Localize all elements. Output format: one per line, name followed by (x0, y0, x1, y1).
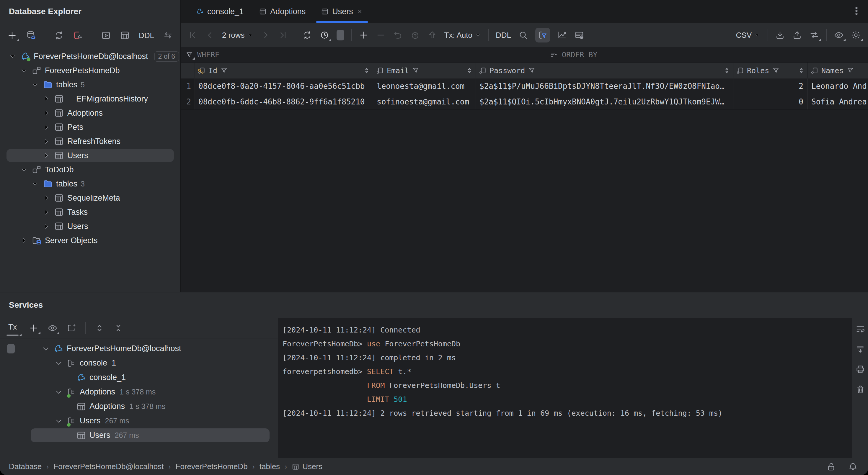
ddl-button[interactable]: DDL (496, 31, 511, 40)
previous-page-icon[interactable] (205, 30, 215, 40)
tx-tab[interactable]: Tx (5, 321, 20, 335)
column-header-roles[interactable]: Roles (733, 63, 808, 78)
chevron-down-icon[interactable] (31, 179, 39, 188)
tree-item-table[interactable]: SequelizeMeta (0, 191, 180, 205)
add-row-icon[interactable] (359, 30, 369, 40)
page-size-dropdown[interactable]: 2 rows (222, 31, 254, 40)
service-console[interactable]: console_1 (0, 370, 278, 385)
open-in-new-tab-icon[interactable] (66, 323, 76, 333)
tree-item-table[interactable]: Pets (0, 120, 180, 134)
cell-password[interactable]: $2a$11$QIOi.5cIbHmyxBNOA0gtJ.7eilu2UzRbw… (476, 94, 733, 109)
chevron-right-icon[interactable] (42, 208, 51, 216)
compare-transfer-button[interactable] (809, 30, 819, 40)
tree-item-table[interactable]: Users (0, 219, 180, 233)
tree-item-table[interactable]: RefreshTokens (0, 134, 180, 148)
breadcrumb-item[interactable]: tables (259, 462, 280, 471)
filter-icon[interactable] (528, 67, 535, 74)
tree-item-table-selected[interactable]: Users (0, 148, 180, 163)
tree-item-table[interactable]: Adoptions (0, 106, 180, 120)
chevron-down-icon[interactable] (20, 165, 28, 174)
data-extractor-icon[interactable] (574, 30, 584, 40)
cell-id[interactable]: 08dce0fb-6ddc-46b8-8862-9ff6a1f85210 (195, 94, 373, 109)
row-number[interactable]: 1 (181, 78, 195, 94)
service-session[interactable]: Adoptions 1 s 378 ms (0, 385, 278, 399)
tree-item-schema[interactable]: ForeverPetsHomeDb (0, 63, 180, 77)
tree-item-tables[interactable]: tables 3 (0, 177, 180, 191)
chevron-down-icon[interactable] (41, 344, 50, 353)
chevron-right-icon[interactable] (20, 236, 28, 245)
breadcrumb-item[interactable]: ForeverPetsHomeDb (176, 462, 248, 471)
chevron-down-icon[interactable] (31, 80, 39, 89)
service-session[interactable]: Users 267 ms (0, 414, 278, 428)
disconnect-icon[interactable] (73, 30, 83, 40)
jump-to-console-icon[interactable] (101, 30, 111, 40)
add-datasource-button[interactable] (7, 30, 17, 40)
chevron-right-icon[interactable] (42, 123, 51, 132)
view-options-button[interactable] (48, 323, 58, 333)
service-result[interactable]: Adoptions 1 s 378 ms (0, 399, 278, 414)
delete-row-icon[interactable] (376, 30, 386, 40)
column-header-password[interactable]: Password (476, 63, 733, 78)
tx-mode-dropdown[interactable]: Tx: Auto (444, 31, 481, 40)
scroll-to-end-icon[interactable] (855, 344, 865, 354)
more-menu-icon[interactable] (851, 6, 862, 17)
tree-item-schema[interactable]: ToDoDb (0, 163, 180, 177)
reload-data-icon[interactable] (302, 30, 312, 40)
lock-open-icon[interactable] (826, 462, 836, 472)
chevron-down-icon[interactable] (54, 388, 63, 397)
sort-icon[interactable] (363, 67, 371, 74)
filter-icon[interactable] (772, 67, 780, 74)
last-page-icon[interactable] (278, 30, 288, 40)
export-download-icon[interactable] (775, 30, 785, 40)
tab-console-1[interactable]: console_1 (188, 0, 251, 23)
print-icon[interactable] (855, 364, 865, 374)
chevron-down-icon[interactable] (54, 416, 63, 426)
breadcrumb-item[interactable]: Database (9, 462, 42, 471)
breadcrumb-item[interactable]: ForeverPetsHomeDb@localhost (54, 462, 163, 471)
filter-icon[interactable] (846, 67, 854, 74)
search-icon[interactable] (518, 30, 528, 40)
tree-item-connection[interactable]: ForeverPetsHomeDb@localhost 2 of 6 (0, 49, 180, 63)
datasource-settings-icon[interactable] (26, 30, 36, 40)
column-header-id[interactable]: Id (195, 63, 373, 78)
service-session[interactable]: console_1 (0, 356, 278, 370)
filter-icon[interactable] (412, 67, 420, 74)
cell-roles[interactable]: 2 (733, 78, 808, 94)
cell-email[interactable]: sofinoesta@gmail.com (373, 94, 476, 109)
tree-item-table[interactable]: __EFMigrationsHistory (0, 92, 180, 106)
grid-corner-cell[interactable] (181, 63, 195, 78)
clear-output-icon[interactable] (855, 384, 865, 395)
expand-all-icon[interactable] (94, 323, 104, 333)
refresh-icon[interactable] (54, 30, 64, 40)
soft-wrap-icon[interactable] (855, 324, 865, 334)
cell-password[interactable]: $2a$11$P/uMuJ66BiDptsDJYN8TteeraJlT.Nf3O… (476, 78, 733, 94)
chart-view-icon[interactable] (557, 30, 567, 40)
filter-icon[interactable] (220, 67, 228, 74)
service-connection[interactable]: ForeverPetsHomeDb@localhost (0, 341, 278, 356)
next-page-icon[interactable] (261, 30, 271, 40)
tab-adoptions[interactable]: Adoptions (251, 0, 313, 23)
service-result-selected[interactable]: Users 267 ms (0, 428, 278, 443)
chevron-right-icon[interactable] (42, 94, 51, 103)
column-header-names[interactable]: Names (808, 63, 868, 78)
import-upload-icon[interactable] (792, 30, 802, 40)
submit-icon[interactable] (427, 30, 437, 40)
tree-item-table[interactable]: Tasks (0, 205, 180, 219)
auto-refresh-button[interactable] (319, 30, 330, 40)
notifications-bell-icon[interactable] (848, 462, 858, 472)
close-icon[interactable] (356, 8, 363, 15)
order-by-filter[interactable]: ORDER BY (545, 50, 868, 59)
collapse-all-icon[interactable] (113, 323, 123, 333)
column-header-email[interactable]: Email (373, 63, 476, 78)
filter-panel-button-active[interactable] (535, 28, 550, 42)
chevron-down-icon[interactable] (20, 66, 28, 75)
chevron-right-icon[interactable] (42, 109, 51, 117)
tab-users-active[interactable]: Users (313, 0, 371, 23)
console-output[interactable]: [2024-10-11 11:12:24] Connected ForeverP… (278, 318, 852, 458)
commit-icon[interactable] (410, 30, 420, 40)
open-table-icon[interactable] (120, 30, 130, 40)
chevron-right-icon[interactable] (42, 151, 51, 160)
revert-icon[interactable] (393, 30, 403, 40)
cell-names[interactable]: Sofia Andrea (808, 94, 868, 109)
sort-icon[interactable] (798, 67, 805, 74)
